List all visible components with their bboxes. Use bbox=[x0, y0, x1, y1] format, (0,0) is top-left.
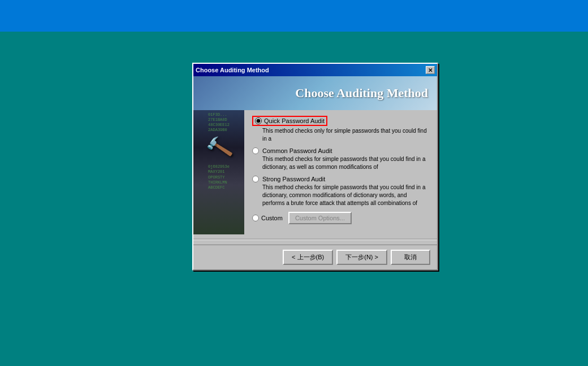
option-group-quick: Quick Password Audit This method checks … bbox=[252, 116, 429, 143]
custom-options-button[interactable]: Custom Options... bbox=[288, 212, 352, 224]
option-header-strong: Strong Password Audit bbox=[252, 176, 429, 182]
desc-common: This method checks for simple passwords … bbox=[262, 155, 429, 171]
label-quick[interactable]: Quick Password Audit bbox=[264, 117, 325, 124]
desc-quick: This method checks only for simple passw… bbox=[262, 127, 429, 143]
option-header-quick: Quick Password Audit bbox=[252, 116, 429, 126]
radio-strong[interactable] bbox=[252, 176, 259, 182]
dialog-title: Choose Auditing Method bbox=[196, 67, 269, 73]
dialog-choose-auditing: Choose Auditing Method ✕ Choose Auditing… bbox=[192, 63, 438, 271]
hammer-icon: 🔨 bbox=[204, 133, 234, 163]
cancel-button[interactable]: 取消 bbox=[391, 250, 430, 265]
option-group-custom: Custom Custom Options... bbox=[252, 212, 429, 224]
image-hex-text-2: 0j682953eMAXY201OPORSTYTHIRKLMNABCDEFC bbox=[208, 164, 230, 190]
label-common[interactable]: Common Password Audit bbox=[262, 147, 332, 154]
custom-row: Custom Custom Options... bbox=[252, 212, 429, 224]
left-image-panel: 01F3D...27E1BA8D48C30EE122ADA39B0 🔨 0j68… bbox=[193, 110, 244, 234]
dialog-content: 01F3D...27E1BA8D48C30EE122ADA39B0 🔨 0j68… bbox=[193, 110, 437, 234]
radio-quick[interactable] bbox=[255, 117, 262, 124]
desc-strong: This method checks for simple passwords … bbox=[262, 184, 429, 207]
status-area bbox=[0, 0, 588, 32]
selected-radio-box: Quick Password Audit bbox=[252, 116, 327, 126]
dialog-close-button[interactable]: ✕ bbox=[426, 66, 435, 74]
dialog-separator bbox=[193, 239, 437, 240]
option-header-common: Common Password Audit bbox=[252, 147, 429, 154]
radio-common[interactable] bbox=[252, 147, 259, 154]
option-group-common: Common Password Audit This method checks… bbox=[252, 147, 429, 171]
label-strong[interactable]: Strong Password Audit bbox=[262, 176, 325, 182]
back-button[interactable]: < 上一步(B) bbox=[283, 250, 333, 265]
option-group-strong: Strong Password Audit This method checks… bbox=[252, 176, 429, 207]
image-hex-text-1: 01F3D...27E1BA8D48C30EE122ADA39B0 bbox=[208, 112, 230, 133]
label-custom[interactable]: Custom bbox=[261, 215, 283, 221]
dialog-body: Choose Auditing Method 01F3D...27E1BA8D4… bbox=[193, 76, 437, 269]
dialog-header-banner: Choose Auditing Method bbox=[193, 76, 437, 110]
custom-radio-label: Custom bbox=[252, 215, 283, 221]
dialog-button-bar: < 上一步(B) 下一步(N) > 取消 bbox=[193, 245, 437, 269]
dialog-header-title: Choose Auditing Method bbox=[295, 86, 428, 101]
right-options-panel: Quick Password Audit This method checks … bbox=[244, 110, 437, 234]
next-button[interactable]: 下一步(N) > bbox=[336, 250, 387, 265]
radio-custom[interactable] bbox=[252, 215, 259, 221]
dialog-titlebar: Choose Auditing Method ✕ bbox=[193, 64, 437, 76]
